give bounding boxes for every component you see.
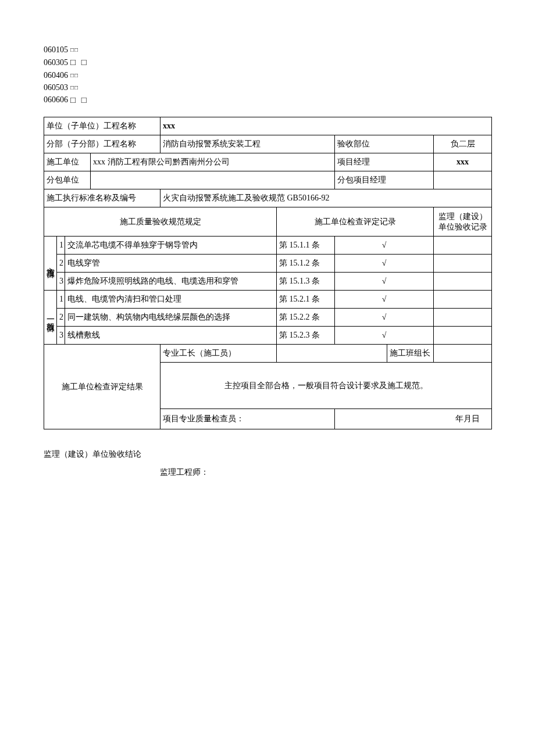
item-check: √ [335,291,434,309]
table-row: 2 同一建筑物、构筑物内电线绝缘层颜色的选择 第 15.2.2 条 √ [44,309,492,327]
label-team-leader: 施工班组长 [387,345,434,363]
code-num: 060305 [44,56,68,69]
item-check: √ [335,255,434,273]
code-num: 060606 [44,94,68,106]
table-row: 施工质量验收规范规定 施工单位检查评定记录 监理（建设）单位验收记录 [44,207,492,237]
item-supervisor [434,255,492,273]
value-foreman [277,345,387,363]
label-sub-pm: 分包项目经理 [335,171,434,189]
item-desc: 电线、电缆管内清扫和管口处理 [65,291,277,309]
label-foreman: 专业工长（施工员） [160,345,277,363]
code-line: 060406 □□ [44,69,491,81]
value-project-manager: xxx [434,153,492,171]
table-row: 3 爆炸危险环境照明线路的电线、电缆选用和穿管 第 15.1.3 条 √ [44,273,492,291]
item-supervisor [434,273,492,291]
label-inspector: 项目专业质量检查员： [160,409,335,429]
item-no: 3 [57,327,65,345]
item-no: 2 [57,255,65,273]
item-no: 3 [57,273,65,291]
item-clause: 第 15.1.3 条 [277,273,335,291]
label-sub-project: 分部（子分部）工程名称 [44,135,160,153]
general-label: 一般项目 [44,291,57,345]
label-standard: 施工执行标准名称及编号 [44,189,160,207]
value-team-leader [434,345,492,363]
value-construction-unit: xxx 消防工程有限公司黔西南州分公司 [91,153,335,171]
value-subcontractor [91,171,335,189]
table-row: 主控项目 1 交流单芯电缆不得单独穿于钢导管内 第 15.1.1 条 √ [44,237,492,255]
item-clause: 第 15.2.1 条 [277,291,335,309]
code-num: 060503 [44,81,68,94]
table-row: 单位（子单位）工程名称 xxx [44,117,492,135]
code-boxes: □□ [70,45,79,54]
value-sub-project: 消防自动报警系统安装工程 [160,135,335,153]
table-row: 3 线槽敷线 第 15.2.3 条 √ [44,327,492,345]
label-engineer: 监理工程师： [44,464,491,482]
inspection-form: 单位（子单位）工程名称 xxx 分部（子分部）工程名称 消防自动报警系统安装工程… [44,117,492,429]
label-unit-project: 单位（子单位）工程名称 [44,117,160,135]
code-list: 060105 □□ 060305 □ □ 060406 □□ 060503 □□… [44,44,491,106]
item-clause: 第 15.1.2 条 [277,255,335,273]
item-supervisor [434,237,492,255]
table-row: 2 电线穿管 第 15.1.2 条 √ [44,255,492,273]
table-row: 一般项目 1 电线、电缆管内清扫和管口处理 第 15.2.1 条 √ [44,291,492,309]
table-row: 分部（子分部）工程名称 消防自动报警系统安装工程 验收部位 负二层 [44,135,492,153]
item-desc: 交流单芯电缆不得单独穿于钢导管内 [65,237,277,255]
code-line: 060503 □□ [44,81,491,94]
conclusion-block: 监理（建设）单位验收结论 监理工程师： [44,446,491,482]
item-no: 2 [57,309,65,327]
table-row: 分包单位 分包项目经理 [44,171,492,189]
item-desc: 同一建筑物、构筑物内电线绝缘层颜色的选择 [65,309,277,327]
label-subcontractor: 分包单位 [44,171,91,189]
header-quality-spec: 施工质量验收规范规定 [44,207,277,237]
main-control-label: 主控项目 [44,237,57,291]
label-acceptance-part: 验收部位 [335,135,434,153]
item-clause: 第 15.2.3 条 [277,327,335,345]
label-result: 施工单位检查评定结果 [44,345,160,429]
item-supervisor [434,291,492,309]
value-sub-pm [434,171,492,189]
table-row: 施工执行标准名称及编号 火灾自动报警系统施工及验收规范 GB50166-92 [44,189,492,207]
item-supervisor [434,309,492,327]
value-acceptance-part: 负二层 [434,135,492,153]
item-check: √ [335,309,434,327]
code-line: 060305 □ □ [44,56,491,69]
table-row: 施工单位检查评定结果 专业工长（施工员） 施工班组长 [44,345,492,363]
item-desc: 电线穿管 [65,255,277,273]
code-num: 060406 [44,69,68,81]
item-check: √ [335,327,434,345]
code-line: 060105 □□ [44,44,491,56]
result-text: 主控项目全部合格，一般项目符合设计要求及施工规范。 [160,363,492,409]
item-no: 1 [57,237,65,255]
header-supervisor-record: 监理（建设）单位验收记录 [434,207,492,237]
code-line: 060606 □ □ [44,94,491,107]
code-boxes: □□ [70,71,79,80]
item-desc: 爆炸危险环境照明线路的电线、电缆选用和穿管 [65,273,277,291]
item-check: √ [335,273,434,291]
item-check: √ [335,237,434,255]
value-unit-project: xxx [160,117,492,135]
value-standard: 火灾自动报警系统施工及验收规范 GB50166-92 [160,189,492,207]
code-boxes: □ □ [70,94,88,107]
code-boxes: □ □ [70,56,88,69]
table-row: 施工单位 xxx 消防工程有限公司黔西南州分公司 项目经理 xxx [44,153,492,171]
item-supervisor [434,327,492,345]
code-boxes: □□ [70,83,79,92]
code-num: 060105 [44,44,68,56]
item-no: 1 [57,291,65,309]
item-clause: 第 15.2.2 条 [277,309,335,327]
header-check-record: 施工单位检查评定记录 [277,207,434,237]
item-clause: 第 15.1.1 条 [277,237,335,255]
label-construction-unit: 施工单位 [44,153,91,171]
label-date: 年月日 [335,409,492,429]
label-project-manager: 项目经理 [335,153,434,171]
label-conclusion: 监理（建设）单位验收结论 [44,446,491,464]
item-desc: 线槽敷线 [65,327,277,345]
